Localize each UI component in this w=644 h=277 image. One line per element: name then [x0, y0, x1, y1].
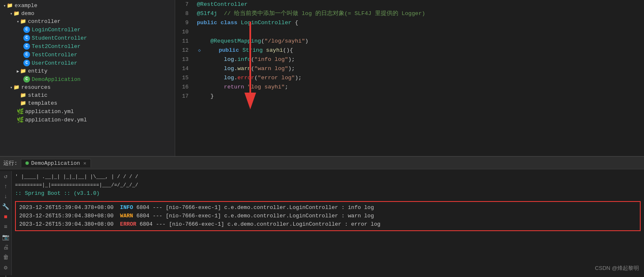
print-button[interactable]: 🖨 [1, 244, 10, 251]
tree-item-resources[interactable]: ▾ 📁 resources [0, 83, 175, 91]
file-tree: ▾ 📁 example ▾ 📁 demo ▾ 📁 controller C Lo… [0, 0, 175, 156]
log-level-warn: WARN [120, 213, 133, 219]
code-line-10: 10 [175, 28, 644, 37]
log-logger-error: c.e.demo.controller.LoginController [227, 221, 341, 227]
tree-label-application-yml: application.yml [25, 108, 74, 115]
class-icon-user: C [23, 60, 30, 66]
ascii-line-2: =========|_|================|___/=/_/_/_… [15, 181, 641, 189]
code-editor: 7 @RestController 8 @Slf4j // 给当前类中添加一个叫… [175, 0, 644, 156]
expand-arrow-static: ▶ [17, 93, 19, 98]
tree-item-login-controller[interactable]: C LoginController [0, 25, 175, 34]
tree-item-demo-application[interactable]: C DemoApplication [0, 75, 175, 83]
run-tab-label: DemoApplication [31, 160, 80, 166]
log-thread-info: [nio-7666-exec-1] [166, 204, 221, 211]
tree-label-templates: templates [28, 100, 57, 106]
log-timestamp-warn: 2023-12-26T15:39:04.380+08:00 [19, 213, 113, 219]
tree-label-student-controller: StudentController [32, 35, 87, 41]
tree-label-resources: resources [21, 84, 50, 91]
log-pid-info: 6804 --- [136, 204, 162, 211]
tree-item-user-controller[interactable]: C UserController [0, 59, 175, 67]
ascii-line-1: ' |____| .__|_| |_|_|__| |\___, | / / / … [15, 173, 641, 181]
code-line-13: 13 log.info("info log"); [175, 55, 644, 64]
code-line-8: 8 @Slf4j // 给当前类中添加一个叫做 log 的日志对象(= SLF4… [175, 9, 644, 18]
code-line-12: 12 ◇ public String sayhi(){ [175, 46, 644, 55]
run-header: 运行: DemoApplication ✕ [0, 157, 644, 169]
folder-icon-demo: 📁 [13, 10, 20, 17]
tree-label-demo-application: DemoApplication [32, 76, 80, 83]
tree-item-application-yml[interactable]: 🌿 application.yml [0, 107, 175, 116]
run-log-area: ' |____| .__|_| |_|_|__| |\___, | / / / … [12, 171, 644, 275]
expand-arrow-resources: ▾ [10, 85, 13, 90]
log-pid-error: 6804 --- [140, 221, 166, 227]
log-timestamp-info: 2023-12-26T15:39:04.378+08:00 [19, 204, 113, 211]
annotation-rest: @RestController [197, 1, 248, 8]
tree-item-student-controller[interactable]: C StudentController [0, 34, 175, 42]
folder-icon-static: 📁 [20, 92, 26, 98]
log-thread-error: [nio-7666-exec-1] [169, 221, 224, 227]
code-line-11: 11 @RequestMapping("/log/sayhi") [175, 37, 644, 46]
expand-arrow-demo: ▾ [10, 11, 13, 16]
log-output-box: 2023-12-26T15:39:04.378+08:00 INFO 6804 … [15, 201, 641, 231]
class-icon-test: C [23, 51, 30, 58]
settings-button[interactable]: ⚙ [1, 264, 10, 271]
tree-item-test-controller[interactable]: C TestController [0, 50, 175, 59]
tree-label-example: example [15, 3, 38, 9]
log-level-info: INFO [120, 204, 133, 211]
tree-item-demo[interactable]: ▾ 📁 demo [0, 10, 175, 18]
expand-arrow-entity: ▶ [17, 69, 19, 74]
tree-label-login-controller: LoginController [32, 27, 80, 33]
run-tab-demo-application[interactable]: DemoApplication ✕ [21, 159, 91, 167]
log-pid-warn: 6804 --- [136, 213, 162, 219]
log-message-warn: : warn log [341, 213, 374, 219]
camera-button[interactable]: 📷 [1, 234, 10, 241]
tree-item-entity[interactable]: ▶ 📁 entity [0, 67, 175, 75]
more-button[interactable]: ⋮ [1, 274, 10, 277]
folder-icon-example: 📁 [7, 3, 13, 9]
scroll-up-button[interactable]: ↑ [1, 183, 10, 190]
run-content: ↺ ↑ ↓ 🔧 ■ ≡ 📷 🖨 🗑 ⚙ ⋮ ' |____| .__|_| |_… [0, 169, 644, 277]
run-tab-close-icon[interactable]: ✕ [83, 160, 86, 166]
tree-label-static: static [28, 92, 48, 98]
tree-label-entity: entity [28, 68, 48, 74]
tree-item-test2-controller[interactable]: C Test2Controller [0, 42, 175, 50]
run-label: 运行: [3, 159, 18, 167]
code-line-15: 15 log.error("error log"); [175, 73, 644, 83]
tree-item-application-dev-yml[interactable]: 🌿 application-dev.yml [0, 116, 175, 124]
log-logger-info: c.e.demo.controller.LoginController [224, 204, 338, 211]
tree-label-test2-controller: Test2Controller [32, 43, 80, 50]
scroll-down-button[interactable]: ↓ [1, 193, 10, 200]
breakpoint-arrow-12: ◇ [195, 46, 204, 55]
class-icon-login: C [23, 26, 30, 33]
list-button[interactable]: ≡ [1, 224, 10, 230]
log-logger-warn: c.e.demo.controller.LoginController [224, 213, 338, 219]
wrench-button[interactable]: 🔧 [1, 203, 10, 210]
folder-icon-templates: 📁 [20, 100, 26, 106]
tree-item-static[interactable]: ▶ 📁 static [0, 91, 175, 99]
expand-arrow-example: ▾ [3, 3, 6, 8]
folder-icon-controller: 📁 [20, 18, 26, 25]
tree-item-controller[interactable]: ▾ 📁 controller [0, 18, 175, 25]
log-line-error: 2023-12-26T15:39:04.380+08:00 ERROR 6804… [19, 220, 636, 229]
class-icon-demo-app: C [23, 76, 30, 83]
log-thread-warn: [nio-7666-exec-1] [166, 213, 221, 219]
code-line-17: 17 } [175, 92, 644, 101]
expand-arrow-templates: ▶ [17, 101, 19, 106]
code-line-14: 14 log.warn("warn log"); [175, 64, 644, 73]
tree-item-example[interactable]: ▾ 📁 example [0, 2, 175, 10]
class-icon-test2: C [23, 43, 30, 50]
folder-icon-entity: 📁 [20, 68, 26, 74]
log-level-error: ERROR [120, 221, 136, 227]
rerun-button[interactable]: ↺ [1, 173, 10, 180]
run-sidebar: ↺ ↑ ↓ 🔧 ■ ≡ 📷 🖨 🗑 ⚙ ⋮ [0, 171, 12, 275]
code-line-9: 9 public class LoginController { [175, 18, 644, 28]
run-panel: 运行: DemoApplication ✕ ↺ ↑ ↓ 🔧 ■ ≡ 📷 🖨 🗑 … [0, 156, 644, 277]
tree-label-application-dev-yml: application-dev.yml [25, 117, 87, 123]
tree-label-demo: demo [21, 10, 34, 17]
folder-icon-resources: 📁 [13, 84, 20, 91]
stop-button[interactable]: ■ [1, 214, 10, 220]
expand-arrow-controller: ▾ [17, 19, 19, 24]
log-timestamp-error: 2023-12-26T15:39:04.380+08:00 [19, 221, 113, 227]
spring-boot-line: :: Spring Boot :: (v3.1.0) [15, 189, 641, 198]
trash-button[interactable]: 🗑 [1, 254, 10, 261]
tree-item-templates[interactable]: ▶ 📁 templates [0, 99, 175, 107]
